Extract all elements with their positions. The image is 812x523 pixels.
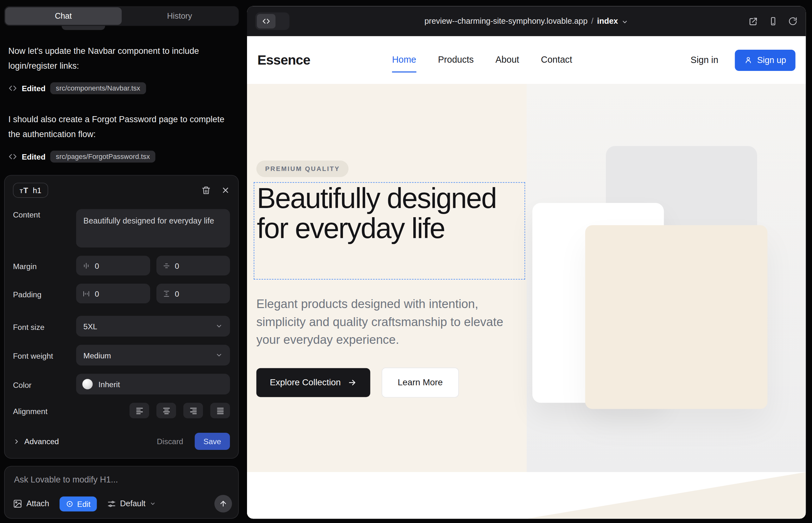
padding-y-value: 0 (175, 289, 179, 298)
content-input[interactable]: Beautifully designed for everyday life (76, 209, 230, 248)
sign-up-button[interactable]: Sign up (735, 49, 795, 71)
sliders-icon (107, 499, 116, 508)
nav-link-about[interactable]: About (496, 54, 519, 66)
default-label: Default (120, 499, 145, 508)
edit-mode-button[interactable]: Edit (59, 496, 97, 511)
margin-y-value: 0 (175, 261, 179, 270)
hero-paragraph[interactable]: Elegant products designed with intention… (256, 295, 511, 348)
hero-cta-group: Explore Collection Learn More (256, 367, 459, 398)
margin-x-input[interactable]: 0 (76, 256, 150, 275)
edit-target-icon (66, 500, 74, 508)
composer-input[interactable]: Ask Lovable to modify H1... (14, 474, 229, 484)
tab-history[interactable]: History (121, 7, 237, 25)
explore-collection-label: Explore Collection (270, 377, 341, 388)
edited-label: Edited (22, 84, 46, 93)
padding-x-value: 0 (95, 289, 99, 298)
color-row: Color Inherit (13, 374, 230, 395)
padding-horizontal-icon (82, 290, 90, 297)
composer-toolbar: Attach Edit Default (13, 495, 232, 512)
font-weight-row: Font weight Medium (13, 345, 230, 365)
font-size-row: Font size 5XL (13, 315, 230, 336)
tab-history-label: History (167, 12, 192, 21)
code-icon (257, 14, 276, 29)
model-default-selector[interactable]: Default (107, 499, 156, 508)
hero-heading[interactable]: Beautifully designed for everyday life (254, 183, 525, 243)
align-left-button[interactable] (129, 403, 149, 418)
nav-link-products[interactable]: Products (438, 54, 474, 66)
font-weight-select[interactable]: Medium (76, 345, 230, 365)
color-label: Color (13, 379, 76, 389)
preview-topbar: preview--charming-site-symphony.lovable.… (247, 6, 806, 36)
align-center-button[interactable] (156, 403, 176, 418)
chat-composer: Ask Lovable to modify H1... Attach Edit … (4, 466, 239, 519)
alignment-label: Alignment (13, 405, 76, 415)
margin-row: Margin 0 0 (13, 256, 230, 275)
padding-x-input[interactable]: 0 (76, 284, 150, 303)
delete-element-icon[interactable] (201, 185, 211, 195)
preview-route[interactable]: index (597, 16, 618, 26)
site-brand[interactable]: Essence (258, 52, 310, 68)
send-button[interactable] (214, 495, 232, 512)
color-swatch-icon (82, 379, 93, 390)
explore-collection-button[interactable]: Explore Collection (256, 368, 370, 397)
editor-header-actions (201, 185, 230, 195)
editor-header: TT h1 (13, 183, 230, 198)
advanced-toggle[interactable]: Advanced (13, 437, 59, 446)
margin-horizontal-icon (82, 262, 90, 270)
open-external-icon[interactable] (748, 16, 758, 26)
learn-more-button[interactable]: Learn More (382, 367, 459, 398)
tab-chat-label: Chat (55, 12, 72, 21)
font-size-value: 5XL (83, 322, 97, 330)
element-editor-panel: TT h1 Content Beautifully designed f (4, 175, 239, 459)
edited-label: Edited (22, 152, 46, 161)
font-weight-value: Medium (83, 351, 111, 360)
element-tag-pill[interactable]: TT h1 (13, 183, 48, 198)
font-weight-label: Font weight (13, 350, 76, 360)
chevron-down-icon (215, 323, 223, 330)
margin-x-value: 0 (95, 261, 99, 270)
padding-vertical-icon (162, 290, 170, 297)
mobile-view-icon[interactable] (769, 16, 778, 26)
hero-shape-beige (585, 225, 768, 409)
align-justify-button[interactable] (210, 403, 230, 418)
selected-element-outline[interactable]: Beautifully designed for everyday life (254, 182, 525, 279)
color-picker[interactable]: Inherit (76, 374, 230, 395)
align-right-button[interactable] (183, 403, 203, 418)
advanced-label: Advanced (24, 437, 59, 446)
person-icon (744, 56, 753, 64)
site-navbar: Essence Home Products About Contact Sign… (247, 36, 806, 84)
chat-message: I should also create a Forgot Password p… (8, 112, 228, 141)
save-button[interactable]: Save (195, 433, 230, 450)
lovable-app: Chat History Now let's update the Navbar… (0, 0, 812, 523)
font-size-select[interactable]: 5XL (76, 315, 230, 336)
file-chip[interactable]: src/pages/ForgotPassword.tsx (50, 151, 156, 163)
margin-y-input[interactable]: 0 (156, 256, 230, 275)
attach-button[interactable]: Attach (13, 499, 49, 508)
preview-url[interactable]: preview--charming-site-symphony.lovable.… (424, 16, 587, 26)
refresh-icon[interactable] (788, 16, 797, 26)
sign-in-link[interactable]: Sign in (691, 55, 719, 66)
file-chip[interactable]: src/components/Navbar.tsx (50, 82, 146, 94)
chevron-down-icon (622, 18, 628, 25)
url-bar: preview--charming-site-symphony.lovable.… (247, 6, 806, 36)
url-separator: / (591, 16, 594, 26)
discard-button[interactable]: Discard (157, 437, 183, 446)
arrow-right-icon (348, 378, 357, 387)
close-panel-icon[interactable] (221, 186, 230, 195)
nav-link-contact[interactable]: Contact (541, 54, 572, 66)
tab-chat[interactable]: Chat (5, 7, 121, 25)
padding-y-input[interactable]: 0 (156, 284, 230, 303)
padding-row: Padding 0 0 (13, 284, 230, 303)
site-canvas: Essence Home Products About Contact Sign… (247, 36, 806, 519)
content-label: Content (13, 209, 76, 219)
preview-window: preview--charming-site-symphony.lovable.… (247, 6, 806, 519)
nav-link-home[interactable]: Home (392, 54, 416, 66)
color-value: Inherit (99, 380, 120, 389)
code-icon (8, 152, 17, 161)
typography-icon: TT (20, 186, 28, 194)
code-icon (8, 84, 17, 93)
content-row: Content Beautifully designed for everyda… (13, 209, 230, 248)
code-view-toggle[interactable] (255, 12, 289, 30)
attach-label: Attach (26, 499, 49, 508)
image-icon (13, 499, 22, 508)
